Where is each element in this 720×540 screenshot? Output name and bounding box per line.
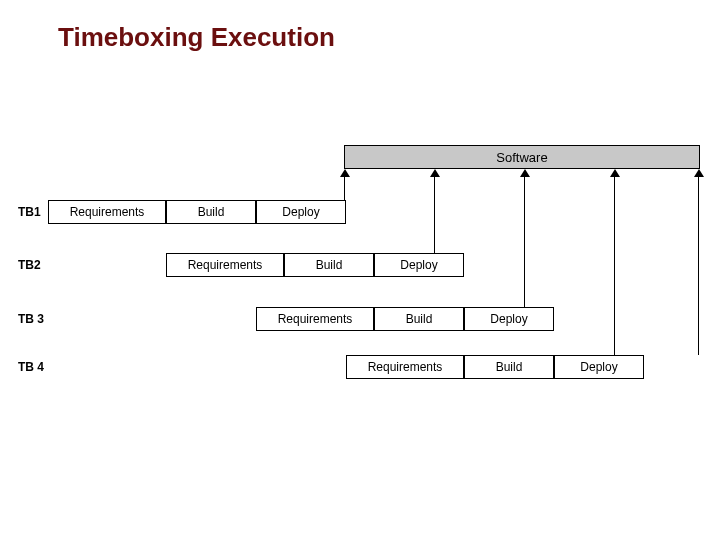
phase-box: Deploy xyxy=(256,200,346,224)
phase-box: Deploy xyxy=(374,253,464,277)
timeboxing-diagram: SoftwareTB1RequirementsBuildDeployTB2Req… xyxy=(18,145,702,425)
phase-box: Requirements xyxy=(346,355,464,379)
phase-box: Deploy xyxy=(464,307,554,331)
timebox-row-label: TB1 xyxy=(18,205,41,219)
timebox-row-label: TB 3 xyxy=(18,312,44,326)
slide-title: Timeboxing Execution xyxy=(58,22,335,53)
phase-box: Build xyxy=(284,253,374,277)
phase-box: Build xyxy=(166,200,256,224)
arrow-shaft xyxy=(698,176,699,355)
arrow-shaft xyxy=(434,176,435,253)
phase-box: Requirements xyxy=(256,307,374,331)
phase-box: Requirements xyxy=(48,200,166,224)
phase-box: Build xyxy=(464,355,554,379)
phase-box: Deploy xyxy=(554,355,644,379)
arrow-shaft xyxy=(614,176,615,355)
phase-box: Build xyxy=(374,307,464,331)
software-box: Software xyxy=(344,145,700,169)
timebox-row-label: TB 4 xyxy=(18,360,44,374)
arrow-shaft xyxy=(524,176,525,307)
phase-box: Requirements xyxy=(166,253,284,277)
slide: Timeboxing Execution SoftwareTB1Requirem… xyxy=(0,0,720,540)
arrow-shaft xyxy=(344,176,345,200)
timebox-row-label: TB2 xyxy=(18,258,41,272)
